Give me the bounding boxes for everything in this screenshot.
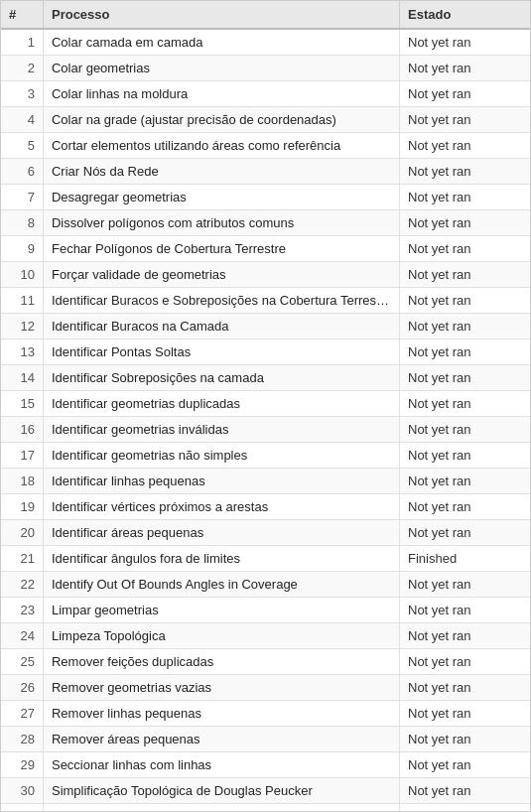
cell-num: 1 <box>1 29 43 56</box>
cell-estado: Not yet ran <box>400 133 531 159</box>
table-row: 11Identificar Buracos e Sobreposições na… <box>1 288 530 314</box>
table-row: 26Remover geometrias vaziasNot yet ran <box>1 675 530 701</box>
cell-processo: Remover áreas pequenas <box>43 727 399 752</box>
cell-num: 15 <box>1 391 43 417</box>
cell-processo: Forçar validade de geometrias <box>43 262 399 288</box>
cell-estado: Not yet ran <box>400 675 531 701</box>
cell-num: 22 <box>1 572 43 598</box>
table-row: 13Identificar Pontas SoltasNot yet ran <box>1 339 530 365</box>
cell-estado: Not yet ran <box>400 494 531 520</box>
cell-estado: Not yet ran <box>400 185 531 210</box>
cell-num: 9 <box>1 236 43 262</box>
cell-processo: Identificar geometrias duplicadas <box>43 391 399 417</box>
cell-num: 2 <box>1 56 43 81</box>
cell-estado: Not yet ran <box>400 752 531 778</box>
col-estado: Estado <box>400 1 531 29</box>
table-row: 24Limpeza TopológicaNot yet ran <box>1 623 530 649</box>
cell-processo: Identificar ângulos fora de limites <box>43 546 399 572</box>
cell-num: 20 <box>1 520 43 546</box>
cell-processo: Dissolver polígonos com atributos comuns <box>43 210 399 236</box>
cell-estado: Not yet ran <box>400 159 531 185</box>
cell-estado: Not yet ran <box>400 365 531 391</box>
table-row: 22Identify Out Of Bounds Angles in Cover… <box>1 572 530 598</box>
process-table: # Processo Estado 1Colar camada em camad… <box>1 1 530 812</box>
cell-estado: Not yet ran <box>400 778 531 804</box>
cell-num: 7 <box>1 185 43 210</box>
cell-num: 16 <box>1 417 43 443</box>
cell-estado: Not yet ran <box>400 417 531 443</box>
table-row: 29Seccionar linhas com linhasNot yet ran <box>1 752 530 778</box>
cell-estado: Not yet ran <box>400 56 531 81</box>
cell-num: 17 <box>1 443 43 469</box>
cell-num: 11 <box>1 288 43 314</box>
header-row: # Processo Estado <box>1 1 530 29</box>
cell-processo: Identify Out Of Bounds Angles in Coverag… <box>43 572 399 598</box>
cell-estado: Not yet ran <box>400 727 531 752</box>
cell-processo: Identificar Sobreposições na camada <box>43 365 399 391</box>
cell-processo: Identificar Buracos e Sobreposições na C… <box>43 288 399 314</box>
cell-processo: Limpar geometrias <box>43 598 399 623</box>
table-header: # Processo Estado <box>1 1 530 29</box>
cell-processo: Colar camada em camada <box>43 29 399 56</box>
table-row: 17Identificar geometrias não simplesNot … <box>1 443 530 469</box>
table-row: 27Remover linhas pequenasNot yet ran <box>1 701 530 727</box>
table-row: 14Identificar Sobreposições na camadaNot… <box>1 365 530 391</box>
table-row: 16Identificar geometrias inválidasNot ye… <box>1 417 530 443</box>
table-row: 5Cortar elementos utilizando áreas como … <box>1 133 530 159</box>
cell-num: 18 <box>1 469 43 494</box>
cell-num: 21 <box>1 546 43 572</box>
cell-num: 19 <box>1 494 43 520</box>
cell-processo: Identificar linhas pequenas <box>43 469 399 494</box>
cell-processo: Remover linhas pequenas <box>43 701 399 727</box>
cell-estado: Not yet ran <box>400 804 531 813</box>
cell-processo: Identificar Pontas Soltas <box>43 339 399 365</box>
cell-num: 14 <box>1 365 43 391</box>
cell-processo: Identificar áreas pequenas <box>43 520 399 546</box>
cell-estado: Not yet ran <box>400 520 531 546</box>
table-row: 10Forçar validade de geometriasNot yet r… <box>1 262 530 288</box>
cell-estado: Not yet ran <box>400 649 531 675</box>
cell-processo: Cortar elementos utilizando áreas como r… <box>43 133 399 159</box>
cell-num: 24 <box>1 623 43 649</box>
cell-processo: Limpeza Topológica <box>43 623 399 649</box>
cell-processo: Colar na grade (ajustar precisão de coor… <box>43 107 399 133</box>
cell-estado: Not yet ran <box>400 572 531 598</box>
cell-estado: Not yet ran <box>400 29 531 56</box>
cell-processo: Colar linhas na moldura <box>43 81 399 107</box>
cell-estado: Not yet ran <box>400 236 531 262</box>
cell-estado: Not yet ran <box>400 598 531 623</box>
cell-estado: Not yet ran <box>400 339 531 365</box>
cell-estado: Finished <box>400 546 531 572</box>
cell-processo: Fechar Polígonos de Cobertura Terrestre <box>43 236 399 262</box>
table-row: 7Desagregar geometriasNot yet ran <box>1 185 530 210</box>
cell-processo: Identificar geometrias não simples <box>43 443 399 469</box>
cell-num: 26 <box>1 675 43 701</box>
cell-processo: Criar Nós da Rede <box>43 159 399 185</box>
table-row: 1Colar camada em camadaNot yet ran <box>1 29 530 56</box>
cell-estado: Not yet ran <box>400 443 531 469</box>
table-row: 9Fechar Polígonos de Cobertura Terrestre… <box>1 236 530 262</box>
cell-processo: Identificar geometrias inválidas <box>43 417 399 443</box>
cell-processo: Remover feições duplicadas <box>43 649 399 675</box>
table-row: 8Dissolver polígonos com atributos comun… <box>1 210 530 236</box>
cell-processo: Unir linhas com atributos comuns <box>43 804 399 813</box>
cell-estado: Not yet ran <box>400 314 531 339</box>
cell-num: 6 <box>1 159 43 185</box>
cell-estado: Not yet ran <box>400 107 531 133</box>
cell-processo: Simplificação Topológica de Douglas Peuc… <box>43 778 399 804</box>
cell-processo: Identificar vértices próximos a arestas <box>43 494 399 520</box>
cell-estado: Not yet ran <box>400 210 531 236</box>
cell-num: 4 <box>1 107 43 133</box>
cell-num: 28 <box>1 727 43 752</box>
cell-estado: Not yet ran <box>400 701 531 727</box>
table-row: 18Identificar linhas pequenasNot yet ran <box>1 469 530 494</box>
cell-num: 12 <box>1 314 43 339</box>
cell-estado: Not yet ran <box>400 623 531 649</box>
table-row: 28Remover áreas pequenasNot yet ran <box>1 727 530 752</box>
table-body: 1Colar camada em camadaNot yet ran2Colar… <box>1 29 530 812</box>
table-row: 19Identificar vértices próximos a aresta… <box>1 494 530 520</box>
table-row: 3Colar linhas na molduraNot yet ran <box>1 81 530 107</box>
col-processo: Processo <box>43 1 399 29</box>
cell-num: 25 <box>1 649 43 675</box>
main-table-container[interactable]: # Processo Estado 1Colar camada em camad… <box>0 0 531 812</box>
